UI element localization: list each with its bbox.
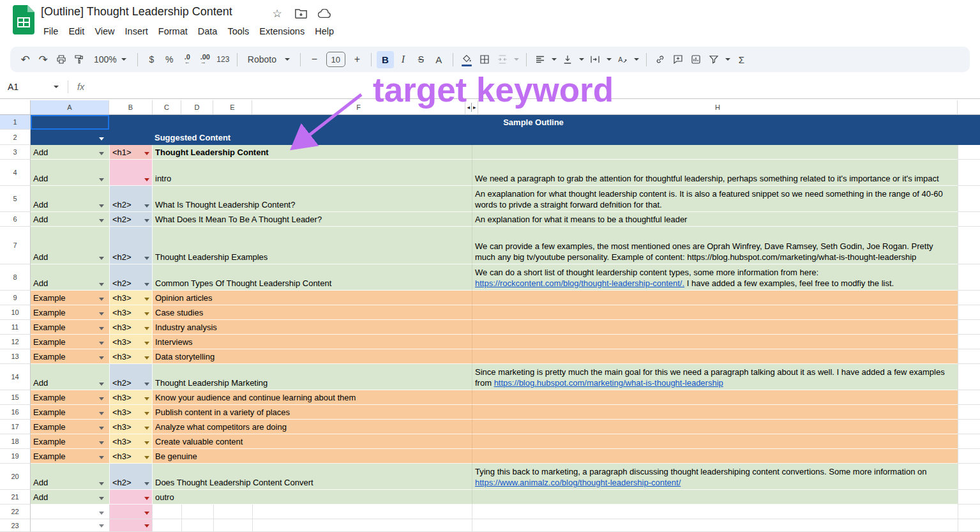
row-header-10[interactable]: 10 (0, 305, 31, 320)
cell-h13[interactable] (472, 349, 958, 364)
row-header-19[interactable]: 19 (0, 449, 31, 464)
row-header-14[interactable]: 14 (0, 364, 31, 390)
cell-a16[interactable]: Example (31, 405, 109, 420)
cell-b18-dropdown[interactable] (144, 441, 149, 445)
cell-a8[interactable]: Add (31, 264, 109, 291)
cell-b5-dropdown[interactable] (144, 204, 149, 208)
menu-help[interactable]: Help (310, 24, 339, 38)
cell-c23[interactable] (153, 519, 472, 532)
insert-link-button[interactable] (652, 51, 669, 68)
cell-a22-dropdown[interactable] (99, 512, 104, 515)
cell-h3[interactable] (472, 145, 958, 160)
cell-a7[interactable]: Add (31, 227, 109, 264)
text-rotation-dropdown[interactable] (632, 51, 641, 68)
cell-h9[interactable] (472, 291, 958, 305)
cell-a13[interactable]: Example (31, 349, 109, 364)
cell-a21-dropdown[interactable] (99, 497, 104, 500)
zoom-control[interactable]: 100% (88, 51, 132, 68)
increase-font-size-button[interactable]: + (349, 51, 366, 68)
cell-b21-dropdown[interactable] (144, 497, 149, 500)
text-rotation-button[interactable]: A (614, 51, 631, 68)
cell-c19[interactable]: Be genuine (153, 449, 472, 464)
cell-h5[interactable]: An exaplanation for what thought leaders… (472, 186, 958, 212)
cell-b10-dropdown[interactable] (144, 312, 149, 315)
text-wrap-button[interactable] (587, 51, 604, 68)
cell-a13-dropdown[interactable] (99, 356, 104, 360)
cell-c3[interactable]: Thought Leadership Content (153, 145, 472, 160)
selected-cell-a1[interactable] (31, 115, 109, 130)
increase-decimal-button[interactable]: .00→ (197, 51, 214, 68)
cell-b16-dropdown[interactable] (144, 412, 149, 415)
note-link[interactable]: https://rockcontent.com/blog/thought-lea… (475, 278, 684, 288)
cell-after-h17[interactable] (958, 420, 980, 434)
cell-a16-dropdown[interactable] (99, 412, 104, 415)
cell-a14[interactable]: Add (31, 364, 109, 390)
cell-a11[interactable]: Example (31, 320, 109, 335)
bold-button[interactable]: B (377, 51, 394, 68)
cell-b5[interactable]: <h2> (109, 186, 153, 212)
cell-h19[interactable] (472, 449, 958, 464)
cell-a5[interactable]: Add (31, 186, 109, 212)
row-header-18[interactable]: 18 (0, 434, 31, 449)
cell-a22[interactable] (31, 505, 109, 519)
column-header-c[interactable]: C (153, 100, 181, 114)
cell-c11[interactable]: Industry analysis (153, 320, 472, 335)
cell-a15-dropdown[interactable] (99, 397, 104, 400)
cell-h18[interactable] (472, 434, 958, 449)
cell-after-h12[interactable] (958, 335, 980, 349)
cell-after-h8[interactable] (958, 264, 980, 291)
note-link[interactable]: https://blog.hubspot.com/marketing/what-… (494, 378, 723, 388)
column-header-a[interactable]: A (31, 100, 109, 114)
text-wrap-dropdown[interactable] (605, 51, 614, 68)
cell-b22-dropdown[interactable] (144, 512, 149, 515)
cell-c12[interactable]: Interviews (153, 335, 472, 349)
cell-after-h10[interactable] (958, 305, 980, 320)
cell-a4[interactable]: Add (31, 160, 109, 186)
redo-button[interactable]: ↷ (34, 51, 52, 68)
cell-b15-dropdown[interactable] (144, 397, 149, 400)
cell-after-h11[interactable] (958, 320, 980, 335)
cell-a17-dropdown[interactable] (99, 427, 104, 430)
row-header-16[interactable]: 16 (0, 405, 31, 420)
functions-button[interactable]: Σ (733, 51, 750, 68)
filter-button[interactable] (705, 51, 723, 68)
menu-file[interactable]: File (38, 24, 63, 38)
cell-a5-dropdown[interactable] (99, 204, 104, 208)
cell-h22[interactable] (472, 505, 958, 519)
cell-a12-dropdown[interactable] (99, 342, 104, 345)
cell-b7-dropdown[interactable] (144, 257, 149, 260)
cell-h10[interactable] (472, 305, 958, 320)
cell-h15[interactable] (472, 390, 958, 405)
paint-format-icon[interactable] (70, 51, 87, 68)
cell-c10[interactable]: Case studies (153, 305, 472, 320)
cell-h14[interactable]: Since marketing is pretty much the main … (472, 364, 958, 390)
column-header-b[interactable]: B (109, 100, 153, 114)
cell-h21[interactable] (472, 490, 958, 505)
star-icon[interactable]: ☆ (271, 7, 283, 20)
row-header-7[interactable]: 7 (0, 227, 31, 264)
cell-h7[interactable]: We can provide a few examples, the most … (472, 227, 958, 264)
font-size-input[interactable]: 10 (326, 52, 345, 67)
cell-after-h4[interactable] (958, 160, 980, 186)
cell-c7[interactable]: Thought Leadership Examples (153, 227, 472, 264)
cell-c6[interactable]: What Does It Mean To Be A Thought Leader… (153, 212, 472, 227)
cell-a23[interactable] (31, 519, 109, 532)
cell-b11-dropdown[interactable] (144, 327, 149, 330)
cell-a10-dropdown[interactable] (99, 312, 104, 315)
cell-b14-dropdown[interactable] (144, 383, 149, 386)
cell-h6[interactable]: An explanation for what it means to be a… (472, 212, 958, 227)
menu-view[interactable]: View (89, 24, 119, 38)
cell-b23-dropdown[interactable] (144, 524, 149, 528)
cell-c16[interactable]: Publish content in a variety of places (153, 405, 472, 420)
cell-c9[interactable]: Opinion articles (153, 291, 472, 305)
cell-after-h16[interactable] (958, 405, 980, 420)
column-header-e[interactable]: E (213, 100, 252, 114)
cell-a19-dropdown[interactable] (99, 456, 104, 459)
cell-a18-dropdown[interactable] (99, 441, 104, 445)
cell-after-h5[interactable] (958, 186, 980, 212)
text-color-button[interactable]: A (430, 51, 448, 68)
note-link[interactable]: https://www.animalz.co/blog/thought-lead… (475, 478, 681, 487)
cell-b4[interactable] (109, 160, 153, 186)
insert-chart-button[interactable] (688, 51, 705, 68)
cell-h16[interactable] (472, 405, 958, 420)
